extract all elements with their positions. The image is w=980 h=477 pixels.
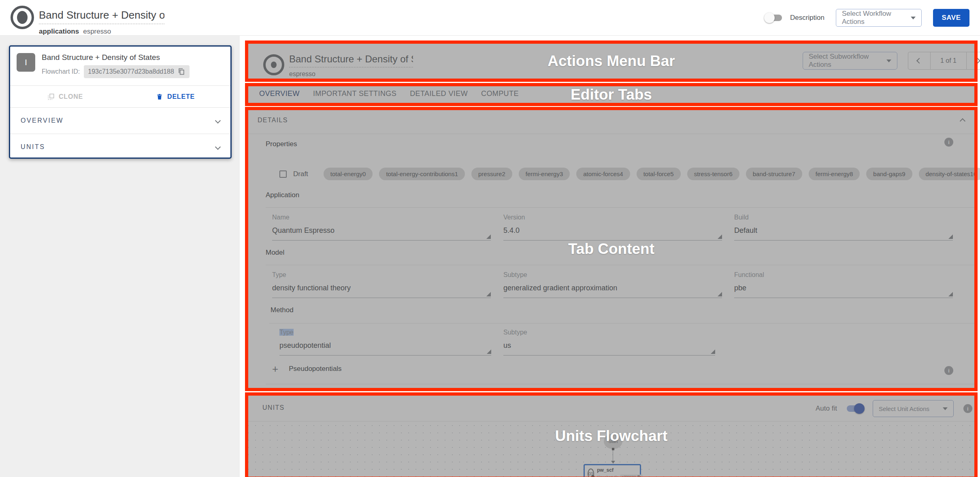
annotation-units-flowchart: Units Flowchart	[245, 392, 978, 477]
workflow-card: I Band Structure + Density of States Flo…	[9, 45, 232, 159]
app-logo-icon	[11, 6, 34, 29]
clone-button[interactable]: CLONE	[47, 93, 83, 100]
flowchart-id-label: Flowchart ID:	[42, 68, 80, 75]
card-title: Band Structure + Density of States	[42, 53, 190, 62]
copy-icon[interactable]	[177, 68, 185, 76]
workflow-avatar: I	[17, 53, 35, 72]
chevron-down-icon	[215, 118, 221, 124]
annotation-actions-menu-bar: Actions Menu Bar	[245, 40, 978, 82]
annotation-tab-content: Tab Content	[245, 107, 978, 391]
workflow-title: Band Structure + Density of States	[39, 9, 164, 24]
clone-icon	[47, 93, 55, 100]
trash-icon	[156, 93, 163, 101]
chevron-down-icon	[215, 144, 221, 150]
sidebar-section-overview[interactable]: OVERVIEW	[10, 108, 230, 134]
annotation-editor-tabs: Editor Tabs	[245, 83, 978, 106]
top-header: Band Structure + Density of States appli…	[0, 0, 980, 36]
caret-down-icon	[911, 17, 916, 19]
description-toggle[interactable]	[766, 15, 782, 21]
workflow-editor-page: Band Structure + Density of States appli…	[0, 0, 980, 477]
breadcrumb-applications[interactable]: applications	[39, 28, 79, 36]
save-button[interactable]: SAVE	[933, 9, 969, 27]
workflow-actions-select[interactable]: Select Workflow Actions	[836, 9, 922, 27]
flowchart-id-chip[interactable]: 193c7135e3077d23ba8dd188	[84, 65, 190, 78]
breadcrumb-espresso[interactable]: espresso	[83, 28, 111, 36]
delete-button[interactable]: DELETE	[156, 93, 195, 101]
description-toggle-label: Description	[790, 14, 824, 22]
sidebar-section-units[interactable]: UNITS	[10, 134, 230, 160]
